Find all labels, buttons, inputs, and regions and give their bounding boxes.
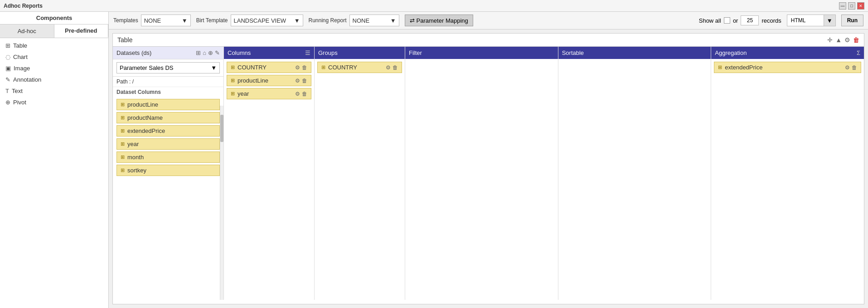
maximize-icon[interactable]: □ [848, 2, 855, 10]
dataset-columns-label: Dataset Columns [113, 87, 223, 97]
delete-icon[interactable]: 🗑 [853, 36, 859, 44]
records-label: records [761, 17, 781, 24]
sidebar-item-annotation-label: Annotation [13, 76, 41, 83]
sidebar: Components Ad-hoc Pre-defined ⊞ Table ◌ … [0, 12, 109, 308]
item-actions: ⚙ 🗑 [386, 64, 398, 71]
item-field-icon: ⊞ [231, 78, 235, 83]
sidebar-item-image[interactable]: ▣ Image [0, 63, 108, 74]
birt-arrow-icon: ▼ [294, 17, 300, 24]
running-label: Running Report [309, 17, 347, 24]
item-settings-icon[interactable]: ⚙ [295, 78, 300, 84]
column-field-icon: ⊞ [121, 102, 125, 108]
list-item[interactable]: ⊞ extendedPrice ⚙ 🗑 [714, 62, 861, 73]
column-field-icon: ⊞ [121, 141, 125, 147]
tab-adhoc[interactable]: Ad-hoc [0, 24, 54, 38]
filter-header: Filter [405, 47, 558, 59]
filter-content [405, 59, 558, 300]
dataset-columns-icon[interactable]: ⊞ [196, 49, 201, 56]
item-delete-icon[interactable]: 🗑 [302, 91, 307, 97]
records-input[interactable] [741, 15, 759, 25]
column-field-icon: ⊞ [121, 167, 125, 173]
templates-select[interactable]: NONE ▼ [141, 15, 191, 26]
sidebar-items: ⊞ Table ◌ Chart ▣ Image ✎ Annotation T T… [0, 38, 108, 110]
up-icon[interactable]: ▲ [835, 36, 842, 44]
dataset-edit-icon[interactable]: ✎ [215, 49, 220, 56]
templates-label: Templates [113, 17, 138, 24]
item-field-icon: ⊞ [321, 64, 325, 70]
sortable-title: Sortable [562, 49, 584, 56]
dataset-path: Path : / [113, 77, 223, 87]
item-settings-icon[interactable]: ⚙ [295, 64, 300, 71]
dataset-scrollbar[interactable] [220, 106, 223, 300]
sidebar-item-text[interactable]: T Text [0, 85, 108, 97]
column-field-icon: ⊞ [121, 128, 125, 134]
settings-icon[interactable]: ⚙ [844, 36, 850, 44]
columns-icons: ☰ [305, 49, 310, 56]
sidebar-item-table[interactable]: ⊞ Table [0, 40, 108, 51]
list-item[interactable]: ⊞ year ⚙ 🗑 [227, 88, 311, 99]
list-item[interactable]: ⊞ sortkey [116, 165, 220, 176]
list-item[interactable]: ⊞ month [116, 152, 220, 163]
templates-group: Templates NONE ▼ [113, 15, 191, 26]
item-delete-icon[interactable]: 🗑 [302, 78, 307, 84]
move-icon[interactable]: ✛ [827, 36, 833, 44]
running-select[interactable]: NONE ▼ [349, 15, 399, 26]
format-select-wrapper: HTML ▼ [787, 15, 836, 26]
table-actions: ✛ ▲ ⚙ 🗑 [827, 36, 859, 44]
chart-icon: ◌ [5, 54, 10, 60]
run-button[interactable]: Run [841, 15, 863, 26]
item-field-icon: ⊞ [718, 64, 722, 70]
groups-header: Groups [315, 47, 405, 59]
title-bar: Adhoc Reports — □ ✕ [0, 0, 868, 12]
running-group: Running Report NONE ▼ [309, 15, 399, 26]
list-item[interactable]: ⊞ extendedPrice [116, 125, 220, 137]
list-item[interactable]: ⊞ year [116, 138, 220, 150]
sidebar-item-annotation[interactable]: ✎ Annotation [0, 74, 108, 85]
column-field-icon: ⊞ [121, 154, 125, 160]
list-item[interactable]: ⊞ COUNTRY ⚙ 🗑 [317, 62, 402, 73]
birt-select[interactable]: LANDSCAPE VIEW ▼ [231, 15, 303, 26]
item-delete-icon[interactable]: 🗑 [302, 64, 307, 71]
list-item[interactable]: ⊞ COUNTRY ⚙ 🗑 [227, 62, 311, 73]
table-icon: ⊞ [5, 42, 10, 49]
param-mapping-button[interactable]: ⇄ Parameter Mapping [405, 15, 473, 26]
columns-panel: Columns ☰ ⊞ COUNTRY ⚙ 🗑 [224, 47, 315, 300]
item-delete-icon[interactable]: 🗑 [852, 64, 857, 71]
format-select-button[interactable]: ▼ [824, 15, 835, 26]
minimize-icon[interactable]: — [839, 2, 846, 10]
show-all-checkbox[interactable] [724, 17, 730, 24]
dataset-home-icon[interactable]: ⌂ [203, 49, 206, 56]
dataset-add-icon[interactable]: ⊕ [208, 49, 213, 56]
columns-menu-icon[interactable]: ☰ [305, 49, 310, 56]
show-all-group: Show all or records [699, 15, 781, 25]
sigma-icon: Σ [857, 49, 860, 56]
dataset-select-arrow: ▼ [211, 64, 217, 71]
aggregation-header: Aggregation Σ [711, 47, 864, 59]
pivot-icon: ⊕ [5, 99, 10, 106]
item-field-icon: ⊞ [231, 64, 235, 70]
filter-title: Filter [409, 49, 422, 56]
content-area: Templates NONE ▼ Birt Template LANDSCAPE… [109, 12, 868, 308]
item-settings-icon[interactable]: ⚙ [845, 64, 850, 71]
sidebar-item-pivot[interactable]: ⊕ Pivot [0, 97, 108, 108]
sidebar-item-chart[interactable]: ◌ Chart [0, 51, 108, 63]
show-all-label: Show all [699, 17, 721, 24]
dataset-panel: Datasets (ds) ⊞ ⌂ ⊕ ✎ Parameter Sales DS… [113, 47, 224, 300]
aggregation-panel: Aggregation Σ ⊞ extendedPrice ⚙ 🗑 [711, 47, 864, 300]
table-title: Table [117, 36, 132, 44]
dataset-title: Datasets (ds) [116, 49, 151, 56]
list-item[interactable]: ⊞ productName [116, 112, 220, 123]
item-delete-icon[interactable]: 🗑 [393, 64, 398, 71]
item-actions: ⚙ 🗑 [295, 64, 307, 71]
list-item[interactable]: ⊞ productLine ⚙ 🗑 [227, 75, 311, 86]
columns-content: ⊞ COUNTRY ⚙ 🗑 ⊞ productLine ⚙ [224, 59, 314, 300]
dataset-columns-list: ⊞ productLine ⊞ productName ⊞ extendedPr… [113, 97, 223, 300]
title-bar-icons: — □ ✕ [839, 2, 864, 10]
list-item[interactable]: ⊞ productLine [116, 99, 220, 110]
tab-predefined[interactable]: Pre-defined [54, 24, 109, 38]
column-field-icon: ⊞ [121, 115, 125, 121]
item-settings-icon[interactable]: ⚙ [295, 91, 300, 97]
dataset-select[interactable]: Parameter Sales DS ▼ [116, 62, 220, 73]
close-icon[interactable]: ✕ [857, 2, 864, 10]
item-settings-icon[interactable]: ⚙ [386, 64, 391, 71]
